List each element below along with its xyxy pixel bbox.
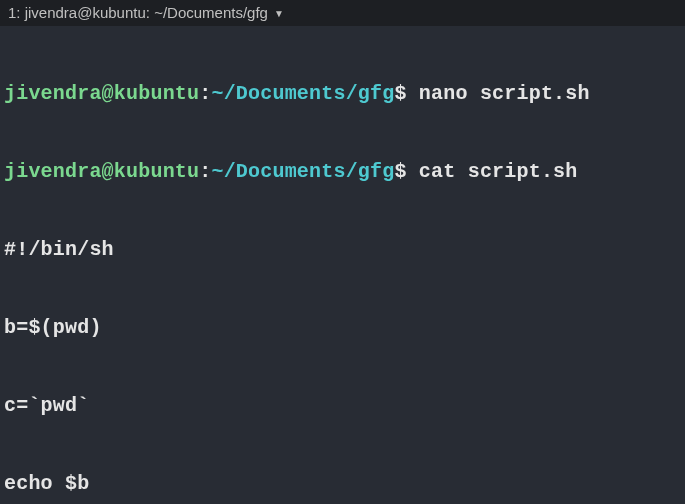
prompt-sigil: $	[394, 160, 406, 183]
prompt-sigil: $	[394, 82, 406, 105]
window-title: 1: jivendra@kubuntu: ~/Documents/gfg	[8, 3, 268, 23]
prompt-user: jivendra@kubuntu	[4, 160, 199, 183]
command-text: cat script.sh	[407, 160, 578, 183]
terminal-line: jivendra@kubuntu:~/Documents/gfg$ cat sc…	[4, 159, 681, 185]
output-line: echo $b	[4, 471, 681, 497]
terminal-body[interactable]: jivendra@kubuntu:~/Documents/gfg$ nano s…	[0, 26, 685, 504]
prompt-colon: :	[199, 160, 211, 183]
output-line: b=$(pwd)	[4, 315, 681, 341]
prompt-colon: :	[199, 82, 211, 105]
output-line: #!/bin/sh	[4, 237, 681, 263]
prompt-path: ~/Documents/gfg	[211, 160, 394, 183]
terminal-line: jivendra@kubuntu:~/Documents/gfg$ nano s…	[4, 81, 681, 107]
window-titlebar[interactable]: 1: jivendra@kubuntu: ~/Documents/gfg ▼	[0, 0, 685, 26]
chevron-down-icon[interactable]: ▼	[274, 7, 284, 20]
command-text: nano script.sh	[407, 82, 590, 105]
prompt-user: jivendra@kubuntu	[4, 82, 199, 105]
prompt-path: ~/Documents/gfg	[211, 82, 394, 105]
output-line: c=`pwd`	[4, 393, 681, 419]
